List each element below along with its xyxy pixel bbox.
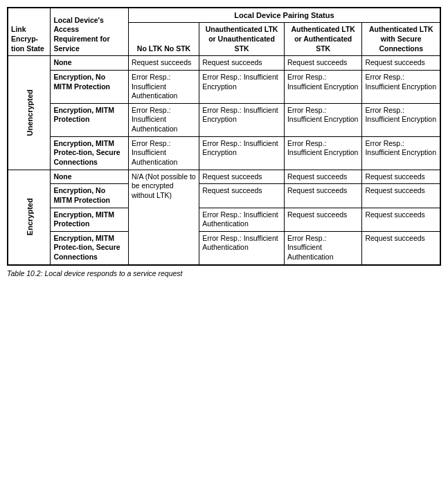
cell-0-3-c2: Error Resp.: Insufficient Encryption (199, 136, 285, 170)
cell-1-3-c4: Request succeeds (362, 231, 440, 264)
section-label-0: Unencrypted (8, 56, 51, 170)
col-header-link-encryption: Link Encryp-tion State (8, 8, 51, 56)
cell-0-2-c2: Error Resp.: Insufficient Encryption (199, 103, 285, 136)
cell-0-2-c1: Error Resp.: Insufficient Authentication (128, 103, 199, 136)
col-header-access-requirement: Local Device's Access Requirement for Se… (51, 8, 129, 56)
cell-0-0-c3: Request succeeds (284, 56, 362, 71)
table-caption: Table 10.2: Local device responds to a s… (7, 269, 441, 277)
cell-0-3-c4: Error Resp.: Insufficient Encryption (362, 136, 440, 170)
access-req-1-3: Encryption, MITM Protec-tion, Secure Con… (51, 231, 129, 264)
cell-1-3-c3: Error Resp.: Insufficient Authentication (284, 231, 362, 264)
subheader-authenticated-ltk: Authenticated LTK or Authenticated STK (284, 23, 362, 56)
access-req-0-2: Encryption, MITM Protection (51, 103, 129, 136)
cell-1-2-c2: Error Resp.: Insufficient Authentication (199, 208, 285, 231)
cell-0-3-c1: Error Resp.: Insufficient Authentication (128, 136, 199, 170)
subheader-no-ltk: No LTK No STK (128, 23, 199, 56)
access-req-0-3: Encryption, MITM Protec-tion, Secure Con… (51, 136, 129, 170)
data-table: Link Encryp-tion State Local Device's Ac… (8, 8, 440, 265)
subheader-authenticated-ltk-secure: Authenticated LTK with Secure Connection… (362, 23, 440, 56)
na-cell-encrypted: N/A (Not possible to be encrypted withou… (128, 170, 199, 264)
access-req-1-1: Encryption, No MITM Protection (51, 184, 129, 208)
cell-1-1-c4: Request succeeds (362, 184, 440, 208)
cell-1-1-c2: Request succeeds (199, 184, 285, 208)
access-req-1-0: None (51, 170, 129, 184)
cell-1-3-c2: Error Resp.: Insufficient Authentication (199, 231, 285, 264)
cell-0-1-c3: Error Resp.: Insufficient Encryption (284, 70, 362, 103)
main-table-container: Link Encryp-tion State Local Device's Ac… (7, 7, 441, 266)
cell-1-2-c4: Request succeeds (362, 208, 440, 231)
cell-1-0-c4: Request succeeds (362, 170, 440, 184)
cell-0-0-c1: Request succeeds (128, 56, 199, 71)
cell-0-3-c3: Error Resp.: Insufficient Encryption (284, 136, 362, 170)
access-req-0-1: Encryption, No MITM Protection (51, 70, 129, 103)
cell-0-1-c4: Error Resp.: Insufficient Encryption (362, 70, 440, 103)
cell-0-1-c2: Error Resp.: Insufficient Encryption (199, 70, 285, 103)
cell-1-0-c2: Request succeeds (199, 170, 285, 184)
cell-0-2-c4: Error Resp.: Insufficient Encryption (362, 103, 440, 136)
cell-0-0-c4: Request succeeds (362, 56, 440, 71)
cell-1-0-c3: Request succeeds (284, 170, 362, 184)
cell-0-1-c1: Error Resp.: Insufficient Authentication (128, 70, 199, 103)
cell-0-0-c2: Request succeeds (199, 56, 285, 71)
access-req-1-2: Encryption, MITM Protection (51, 208, 129, 231)
access-req-0-0: None (51, 56, 129, 71)
subheader-unauthenticated-ltk: Unauthenticated LTK or Unauthenticated S… (199, 23, 285, 56)
section-label-1: Encrypted (8, 170, 51, 264)
cell-1-1-c3: Request succeeds (284, 184, 362, 208)
cell-0-2-c3: Error Resp.: Insufficient Encryption (284, 103, 362, 136)
cell-1-2-c3: Request succeeds (284, 208, 362, 231)
header-pairing-status: Local Device Pairing Status (128, 8, 440, 23)
